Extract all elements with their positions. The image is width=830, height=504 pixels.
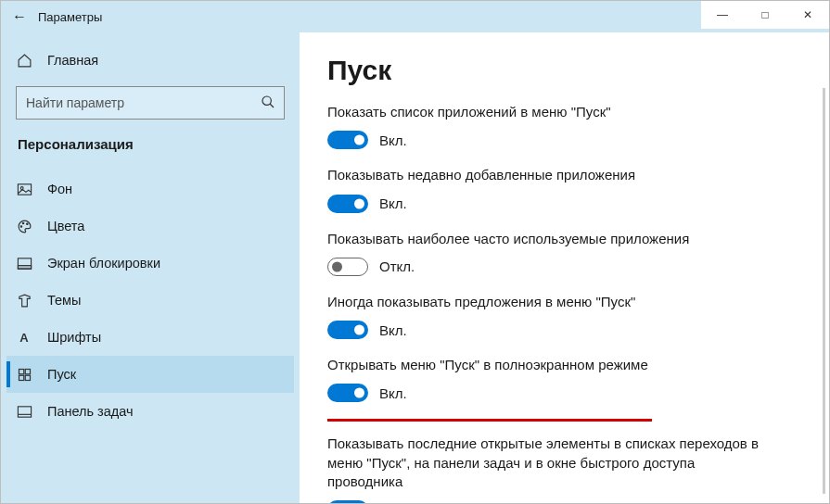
- toggle-state: Откл.: [379, 258, 415, 274]
- sidebar-item-label: Экран блокировки: [47, 256, 160, 271]
- toggle-suggestions[interactable]: [327, 321, 368, 339]
- setting-label: Показывать наиболее часто используемые п…: [327, 230, 773, 248]
- scrollbar[interactable]: [823, 88, 825, 494]
- minimize-button[interactable]: —: [701, 1, 744, 29]
- page-title: Пуск: [327, 55, 820, 86]
- toggle-jumplists[interactable]: [327, 500, 368, 503]
- sidebar-item-lockscreen[interactable]: Экран блокировки: [6, 245, 294, 282]
- sidebar-home-label: Главная: [47, 53, 98, 68]
- titlebar: ← Параметры — □ ✕: [1, 1, 829, 32]
- search-icon: [261, 94, 275, 113]
- toggle-state: Вкл.: [379, 322, 407, 338]
- sidebar-item-label: Шрифты: [47, 330, 101, 345]
- svg-rect-8: [18, 265, 31, 269]
- sidebar-item-label: Цвета: [47, 219, 84, 233]
- sidebar-home[interactable]: Главная: [6, 42, 294, 79]
- svg-rect-10: [25, 369, 30, 373]
- sidebar-item-fonts[interactable]: A Шрифты: [6, 319, 294, 356]
- sidebar-item-label: Темы: [47, 293, 82, 308]
- setting-label: Показывать недавно добавленные приложени…: [327, 166, 773, 184]
- home-icon: [16, 53, 32, 69]
- toggle-state: Вкл.: [379, 132, 407, 148]
- picture-icon: [16, 183, 32, 196]
- toggle-state: Вкл.: [379, 502, 407, 504]
- window-title: Параметры: [38, 10, 102, 24]
- window-controls: — □ ✕: [701, 1, 829, 29]
- sidebar: Главная Персонализация Фон Цвета Экран: [1, 32, 300, 503]
- setting-label: Иногда показывать предложения в меню "Пу…: [327, 293, 773, 311]
- setting-label: Показывать последние открытые элементы в…: [327, 435, 773, 491]
- sidebar-item-colors[interactable]: Цвета: [6, 208, 294, 245]
- sidebar-item-label: Пуск: [47, 367, 76, 382]
- toggle-state: Вкл.: [379, 195, 407, 211]
- sidebar-item-themes[interactable]: Темы: [6, 282, 294, 319]
- setting-label: Показать список приложений в меню "Пуск": [327, 103, 773, 121]
- setting-jumplists: Показывать последние открытые элементы в…: [327, 435, 820, 503]
- sidebar-category: Персонализация: [6, 132, 294, 170]
- toggle-recently-added[interactable]: [327, 195, 368, 213]
- svg-rect-12: [25, 375, 30, 380]
- toggle-most-used[interactable]: [327, 258, 368, 276]
- setting-label: Открывать меню "Пуск" в полноэкранном ре…: [327, 356, 773, 374]
- sidebar-item-taskbar[interactable]: Панель задач: [6, 393, 294, 430]
- svg-point-6: [26, 222, 27, 223]
- toggle-state: Вкл.: [379, 385, 407, 401]
- search-input[interactable]: [16, 86, 285, 120]
- setting-fullscreen-start: Открывать меню "Пуск" в полноэкранном ре…: [327, 356, 820, 402]
- svg-point-5: [22, 222, 23, 223]
- svg-rect-2: [18, 183, 31, 194]
- lockscreen-icon: [16, 257, 32, 271]
- back-button[interactable]: ←: [1, 8, 38, 25]
- sidebar-item-label: Фон: [47, 182, 72, 196]
- setting-app-list: Показать список приложений в меню "Пуск"…: [327, 103, 820, 149]
- sidebar-item-start[interactable]: Пуск: [6, 356, 294, 393]
- taskbar-icon: [16, 405, 32, 419]
- svg-rect-13: [18, 406, 31, 416]
- themes-icon: [16, 293, 32, 309]
- maximize-button[interactable]: □: [744, 1, 786, 29]
- palette-icon: [16, 219, 32, 234]
- start-icon: [16, 368, 32, 382]
- svg-point-0: [262, 96, 271, 105]
- sidebar-item-label: Панель задач: [47, 404, 134, 419]
- setting-most-used: Показывать наиболее часто используемые п…: [327, 230, 820, 276]
- setting-suggestions: Иногда показывать предложения в меню "Пу…: [327, 293, 820, 339]
- svg-line-1: [270, 104, 274, 107]
- toggle-fullscreen-start[interactable]: [327, 384, 368, 402]
- toggle-app-list[interactable]: [327, 131, 368, 149]
- fonts-icon: A: [16, 331, 32, 345]
- close-button[interactable]: ✕: [786, 1, 829, 29]
- sidebar-item-background[interactable]: Фон: [6, 170, 294, 208]
- svg-rect-11: [19, 375, 23, 380]
- content-area: Пуск Показать список приложений в меню "…: [300, 32, 829, 503]
- search-wrap: [16, 86, 285, 120]
- highlight-underline: [327, 419, 652, 422]
- setting-recently-added: Показывать недавно добавленные приложени…: [327, 166, 820, 212]
- svg-point-4: [20, 225, 21, 226]
- svg-rect-9: [19, 369, 23, 373]
